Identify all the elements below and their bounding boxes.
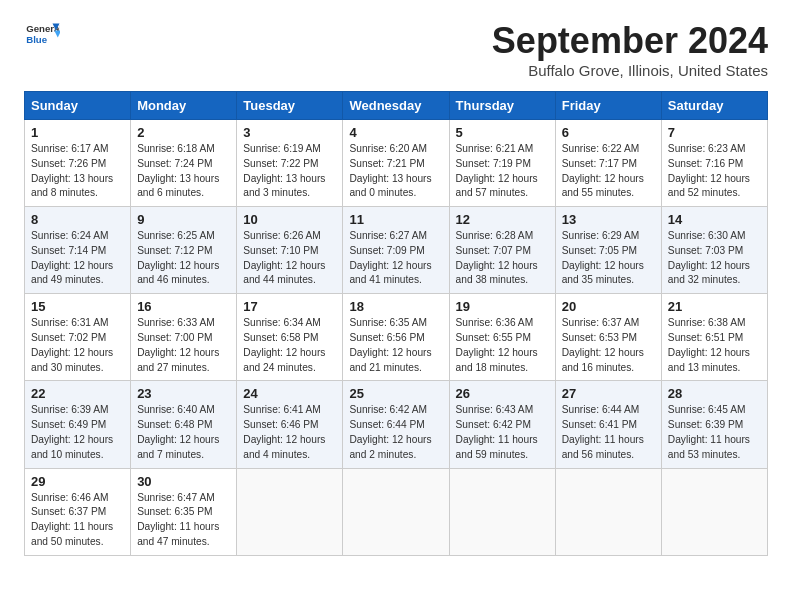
weekday-header: Sunday [25, 92, 131, 120]
day-info: Sunrise: 6:21 AMSunset: 7:19 PMDaylight:… [456, 142, 549, 201]
day-info: Sunrise: 6:35 AMSunset: 6:56 PMDaylight:… [349, 316, 442, 375]
day-info: Sunrise: 6:25 AMSunset: 7:12 PMDaylight:… [137, 229, 230, 288]
calendar-cell: 3 Sunrise: 6:19 AMSunset: 7:22 PMDayligh… [237, 120, 343, 207]
calendar-cell: 18 Sunrise: 6:35 AMSunset: 6:56 PMDaylig… [343, 294, 449, 381]
weekday-header: Wednesday [343, 92, 449, 120]
calendar-cell [449, 468, 555, 555]
day-number: 24 [243, 386, 336, 401]
calendar-cell: 17 Sunrise: 6:34 AMSunset: 6:58 PMDaylig… [237, 294, 343, 381]
calendar-cell: 5 Sunrise: 6:21 AMSunset: 7:19 PMDayligh… [449, 120, 555, 207]
weekday-header: Tuesday [237, 92, 343, 120]
calendar-week-row: 22 Sunrise: 6:39 AMSunset: 6:49 PMDaylig… [25, 381, 768, 468]
calendar-cell: 23 Sunrise: 6:40 AMSunset: 6:48 PMDaylig… [131, 381, 237, 468]
day-number: 27 [562, 386, 655, 401]
calendar-cell: 11 Sunrise: 6:27 AMSunset: 7:09 PMDaylig… [343, 207, 449, 294]
calendar-cell: 29 Sunrise: 6:46 AMSunset: 6:37 PMDaylig… [25, 468, 131, 555]
day-number: 29 [31, 474, 124, 489]
day-info: Sunrise: 6:36 AMSunset: 6:55 PMDaylight:… [456, 316, 549, 375]
day-info: Sunrise: 6:37 AMSunset: 6:53 PMDaylight:… [562, 316, 655, 375]
day-info: Sunrise: 6:34 AMSunset: 6:58 PMDaylight:… [243, 316, 336, 375]
calendar-cell [343, 468, 449, 555]
calendar-cell: 8 Sunrise: 6:24 AMSunset: 7:14 PMDayligh… [25, 207, 131, 294]
day-number: 8 [31, 212, 124, 227]
day-number: 3 [243, 125, 336, 140]
day-info: Sunrise: 6:38 AMSunset: 6:51 PMDaylight:… [668, 316, 761, 375]
day-number: 17 [243, 299, 336, 314]
calendar-week-row: 15 Sunrise: 6:31 AMSunset: 7:02 PMDaylig… [25, 294, 768, 381]
month-title: September 2024 [492, 20, 768, 62]
day-info: Sunrise: 6:26 AMSunset: 7:10 PMDaylight:… [243, 229, 336, 288]
location-title: Buffalo Grove, Illinois, United States [492, 62, 768, 79]
day-info: Sunrise: 6:44 AMSunset: 6:41 PMDaylight:… [562, 403, 655, 462]
day-number: 13 [562, 212, 655, 227]
day-number: 12 [456, 212, 549, 227]
calendar-cell: 2 Sunrise: 6:18 AMSunset: 7:24 PMDayligh… [131, 120, 237, 207]
calendar-cell: 26 Sunrise: 6:43 AMSunset: 6:42 PMDaylig… [449, 381, 555, 468]
day-number: 30 [137, 474, 230, 489]
day-info: Sunrise: 6:28 AMSunset: 7:07 PMDaylight:… [456, 229, 549, 288]
calendar-cell [237, 468, 343, 555]
calendar-cell: 22 Sunrise: 6:39 AMSunset: 6:49 PMDaylig… [25, 381, 131, 468]
svg-text:Blue: Blue [26, 34, 47, 45]
calendar-cell [661, 468, 767, 555]
day-info: Sunrise: 6:43 AMSunset: 6:42 PMDaylight:… [456, 403, 549, 462]
day-number: 18 [349, 299, 442, 314]
weekday-header-row: SundayMondayTuesdayWednesdayThursdayFrid… [25, 92, 768, 120]
calendar-cell: 4 Sunrise: 6:20 AMSunset: 7:21 PMDayligh… [343, 120, 449, 207]
day-number: 23 [137, 386, 230, 401]
calendar-cell: 10 Sunrise: 6:26 AMSunset: 7:10 PMDaylig… [237, 207, 343, 294]
day-number: 1 [31, 125, 124, 140]
day-number: 14 [668, 212, 761, 227]
day-number: 20 [562, 299, 655, 314]
calendar-cell: 28 Sunrise: 6:45 AMSunset: 6:39 PMDaylig… [661, 381, 767, 468]
calendar-cell: 21 Sunrise: 6:38 AMSunset: 6:51 PMDaylig… [661, 294, 767, 381]
day-info: Sunrise: 6:29 AMSunset: 7:05 PMDaylight:… [562, 229, 655, 288]
weekday-header: Monday [131, 92, 237, 120]
day-info: Sunrise: 6:45 AMSunset: 6:39 PMDaylight:… [668, 403, 761, 462]
day-info: Sunrise: 6:31 AMSunset: 7:02 PMDaylight:… [31, 316, 124, 375]
day-info: Sunrise: 6:39 AMSunset: 6:49 PMDaylight:… [31, 403, 124, 462]
calendar-cell: 1 Sunrise: 6:17 AMSunset: 7:26 PMDayligh… [25, 120, 131, 207]
day-info: Sunrise: 6:27 AMSunset: 7:09 PMDaylight:… [349, 229, 442, 288]
day-number: 11 [349, 212, 442, 227]
calendar-cell: 12 Sunrise: 6:28 AMSunset: 7:07 PMDaylig… [449, 207, 555, 294]
day-info: Sunrise: 6:19 AMSunset: 7:22 PMDaylight:… [243, 142, 336, 201]
calendar-cell: 14 Sunrise: 6:30 AMSunset: 7:03 PMDaylig… [661, 207, 767, 294]
logo-icon: General Blue [24, 20, 60, 48]
day-number: 25 [349, 386, 442, 401]
day-info: Sunrise: 6:18 AMSunset: 7:24 PMDaylight:… [137, 142, 230, 201]
calendar-table: SundayMondayTuesdayWednesdayThursdayFrid… [24, 91, 768, 556]
day-info: Sunrise: 6:23 AMSunset: 7:16 PMDaylight:… [668, 142, 761, 201]
day-number: 16 [137, 299, 230, 314]
day-info: Sunrise: 6:33 AMSunset: 7:00 PMDaylight:… [137, 316, 230, 375]
calendar-week-row: 1 Sunrise: 6:17 AMSunset: 7:26 PMDayligh… [25, 120, 768, 207]
calendar-cell: 13 Sunrise: 6:29 AMSunset: 7:05 PMDaylig… [555, 207, 661, 294]
day-info: Sunrise: 6:24 AMSunset: 7:14 PMDaylight:… [31, 229, 124, 288]
calendar-cell: 6 Sunrise: 6:22 AMSunset: 7:17 PMDayligh… [555, 120, 661, 207]
day-number: 5 [456, 125, 549, 140]
calendar-cell: 27 Sunrise: 6:44 AMSunset: 6:41 PMDaylig… [555, 381, 661, 468]
calendar-week-row: 29 Sunrise: 6:46 AMSunset: 6:37 PMDaylig… [25, 468, 768, 555]
day-number: 15 [31, 299, 124, 314]
calendar-cell: 30 Sunrise: 6:47 AMSunset: 6:35 PMDaylig… [131, 468, 237, 555]
day-info: Sunrise: 6:17 AMSunset: 7:26 PMDaylight:… [31, 142, 124, 201]
day-number: 10 [243, 212, 336, 227]
calendar-cell: 20 Sunrise: 6:37 AMSunset: 6:53 PMDaylig… [555, 294, 661, 381]
calendar-cell: 7 Sunrise: 6:23 AMSunset: 7:16 PMDayligh… [661, 120, 767, 207]
title-area: September 2024 Buffalo Grove, Illinois, … [492, 20, 768, 79]
day-number: 2 [137, 125, 230, 140]
calendar-cell: 25 Sunrise: 6:42 AMSunset: 6:44 PMDaylig… [343, 381, 449, 468]
calendar-week-row: 8 Sunrise: 6:24 AMSunset: 7:14 PMDayligh… [25, 207, 768, 294]
page-header: General Blue September 2024 Buffalo Grov… [24, 20, 768, 79]
day-number: 19 [456, 299, 549, 314]
day-number: 9 [137, 212, 230, 227]
day-number: 26 [456, 386, 549, 401]
day-info: Sunrise: 6:20 AMSunset: 7:21 PMDaylight:… [349, 142, 442, 201]
day-info: Sunrise: 6:42 AMSunset: 6:44 PMDaylight:… [349, 403, 442, 462]
day-info: Sunrise: 6:47 AMSunset: 6:35 PMDaylight:… [137, 491, 230, 550]
day-info: Sunrise: 6:40 AMSunset: 6:48 PMDaylight:… [137, 403, 230, 462]
day-number: 7 [668, 125, 761, 140]
day-number: 28 [668, 386, 761, 401]
calendar-cell: 19 Sunrise: 6:36 AMSunset: 6:55 PMDaylig… [449, 294, 555, 381]
day-number: 4 [349, 125, 442, 140]
